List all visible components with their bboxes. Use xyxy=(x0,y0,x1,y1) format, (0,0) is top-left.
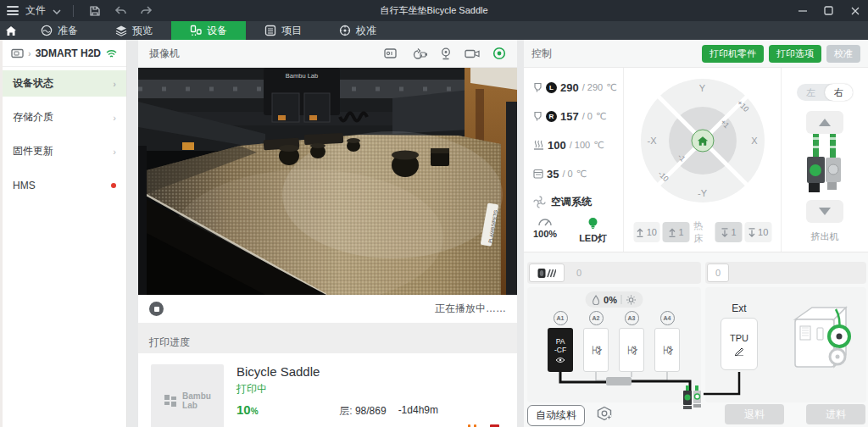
axis-y-plus[interactable]: Y xyxy=(699,83,705,93)
print-options-button[interactable]: 打印选项 xyxy=(769,45,821,63)
printer-icon xyxy=(11,48,24,58)
bed-down-1-button[interactable]: 1 xyxy=(715,222,743,242)
nozzle-left-option[interactable]: 左 xyxy=(797,84,825,101)
ams-unit-tab[interactable] xyxy=(529,263,565,282)
chamber-temp[interactable]: 35 / 0 ℃ xyxy=(533,159,623,188)
camera-panel-title: 摄像机 xyxy=(149,47,180,61)
tab-project[interactable]: 项目 xyxy=(246,21,320,40)
hamburger-menu-icon[interactable] xyxy=(7,6,19,15)
ams-humidity[interactable]: 0% xyxy=(585,291,643,308)
recordings-icon[interactable] xyxy=(384,47,398,59)
axis-x-plus[interactable]: X xyxy=(751,136,757,146)
nozzle-right-option[interactable]: 右 xyxy=(825,84,853,101)
time-remaining: -1d4h9m xyxy=(398,404,438,419)
arrow-up-bar-icon xyxy=(637,228,644,237)
nozzle-left-temp[interactable]: L 290 / 290 ℃ xyxy=(533,73,623,102)
tab-preview[interactable]: 预览 xyxy=(97,21,171,40)
unload-filament-button[interactable]: 退料 xyxy=(725,404,784,424)
extrude-down-button[interactable] xyxy=(806,200,843,223)
prepare-icon xyxy=(41,25,53,36)
bed-temp[interactable]: 100 / 100 ℃ xyxy=(533,130,623,159)
fan-speed-control[interactable]: 100% xyxy=(533,217,557,245)
dual-extruder-graphic xyxy=(803,134,847,197)
monitor-camera-icon[interactable] xyxy=(465,48,480,59)
sidebar-item-device-status[interactable]: 设备状态› xyxy=(3,70,126,97)
fan-icon xyxy=(533,196,546,208)
arrow-down-bar-icon xyxy=(748,228,755,237)
control-panel: 控制 打印机零件 打印选项 校准 L 290 / 290 ℃ R 157 / 0… xyxy=(524,40,868,427)
print-progress-title: 打印进度 xyxy=(138,331,517,353)
tab-home[interactable] xyxy=(0,21,22,40)
chamber-icon xyxy=(533,169,543,179)
humidity-drop-icon xyxy=(592,295,599,305)
ams-slot-a3[interactable]: A3 空 xyxy=(619,311,644,372)
window-title: 自行车坐垫Bicycle Saddle xyxy=(380,0,487,21)
tab-device[interactable]: 设备 xyxy=(171,21,246,40)
temperature-column: L 290 / 290 ℃ R 157 / 0 ℃ 100 / 100 ℃ 35 xyxy=(524,68,624,252)
record-active-icon[interactable] xyxy=(492,47,506,60)
job-name: Bicycle Saddle xyxy=(236,364,504,379)
auto-refill-button[interactable]: 自动续料 xyxy=(527,405,585,426)
calibrate-button[interactable]: 校准 xyxy=(826,45,860,63)
timelapse-icon[interactable] xyxy=(411,47,427,59)
camera-feed: Bambu Lab xyxy=(138,68,517,295)
home-icon xyxy=(697,136,708,146)
toolhead-label: Bambu Lab xyxy=(286,72,318,80)
chevron-down-icon[interactable] xyxy=(53,5,61,17)
nozzle-toggle[interactable]: 左 右 xyxy=(797,84,853,101)
maximize-button[interactable] xyxy=(815,0,842,21)
sidebar-item-firmware[interactable]: 固件更新› xyxy=(3,138,126,164)
load-filament-button[interactable]: 进料 xyxy=(806,404,865,424)
device-name: 3DMART H2D xyxy=(36,47,101,59)
ams-settings-icon[interactable] xyxy=(596,406,613,424)
chevron-right-icon: › xyxy=(113,113,116,123)
printer-parts-button[interactable]: 打印机零件 xyxy=(702,45,764,63)
sidebar-item-storage[interactable]: 存储介质› xyxy=(3,104,126,130)
heatbed-icon xyxy=(533,140,544,150)
ams-unit-badge[interactable]: 0 xyxy=(568,263,590,282)
camera-panel: 摄像机 xyxy=(138,40,517,427)
ams-slot-a4[interactable]: A4 空 xyxy=(654,311,680,372)
progress-percent: 10 xyxy=(236,402,251,417)
ext-spool-slot[interactable]: TPU xyxy=(721,318,758,370)
ext-label: Ext xyxy=(721,302,758,314)
bed-up-1-button[interactable]: 1 xyxy=(663,222,690,242)
nozzle-right-temp[interactable]: R 157 / 0 ℃ xyxy=(533,102,623,130)
ams-slot-a1[interactable]: A1 PA -CF xyxy=(548,311,573,372)
chevron-right-icon: › xyxy=(113,79,116,89)
bed-down-10-button[interactable]: 10 xyxy=(744,222,771,242)
led-toggle[interactable]: LED灯 xyxy=(579,217,607,245)
home-xy-button[interactable] xyxy=(691,130,714,152)
axis-y-minus[interactable]: -Y xyxy=(698,188,707,198)
stop-stream-button[interactable] xyxy=(149,302,164,316)
xy-movement-pad[interactable]: Y -Y -X X +10 +1 -1 -10 xyxy=(641,79,765,202)
project-list-icon xyxy=(264,25,276,36)
extrude-up-button[interactable] xyxy=(806,111,843,134)
file-menu[interactable]: 文件 xyxy=(25,3,46,18)
ext-spool-tab[interactable]: 0 xyxy=(707,263,729,282)
bed-up-10-button[interactable]: 10 xyxy=(633,222,660,242)
webcam-icon[interactable] xyxy=(440,47,452,60)
nozzle-icon xyxy=(533,111,542,122)
undo-icon[interactable] xyxy=(111,3,130,19)
device-sidebar: › 3DMART H2D 设备状态› 存储介质› 固件更新› HMS xyxy=(0,40,127,427)
extruder-label: 挤出机 xyxy=(811,230,839,243)
redo-icon[interactable] xyxy=(136,3,155,19)
layer-count: 98/869 xyxy=(355,405,387,417)
led-bulb-icon xyxy=(587,217,598,230)
device-selector[interactable]: › 3DMART H2D xyxy=(3,40,126,67)
tab-prepare[interactable]: 准备 xyxy=(22,21,97,40)
tab-calibrate[interactable]: 校准 xyxy=(320,21,395,40)
close-button[interactable] xyxy=(842,0,868,21)
save-icon[interactable] xyxy=(86,3,104,19)
sidebar-item-hms[interactable]: HMS xyxy=(3,172,126,198)
ams-slot-a2[interactable]: A2 空 xyxy=(583,311,609,372)
axis-x-minus[interactable]: -X xyxy=(648,136,657,146)
minimize-button[interactable] xyxy=(789,0,815,21)
device-icon xyxy=(190,25,202,36)
toolbar-divider xyxy=(73,5,74,17)
external-spool-card: 0 Ext TPU xyxy=(705,262,866,402)
aircon-row[interactable]: 空调系统 xyxy=(533,188,623,215)
ams-section: 0 0% A1 PA -CF A2 空 xyxy=(524,253,868,427)
main-tabbar: 准备 预览 设备 项目 校准 xyxy=(0,21,868,40)
